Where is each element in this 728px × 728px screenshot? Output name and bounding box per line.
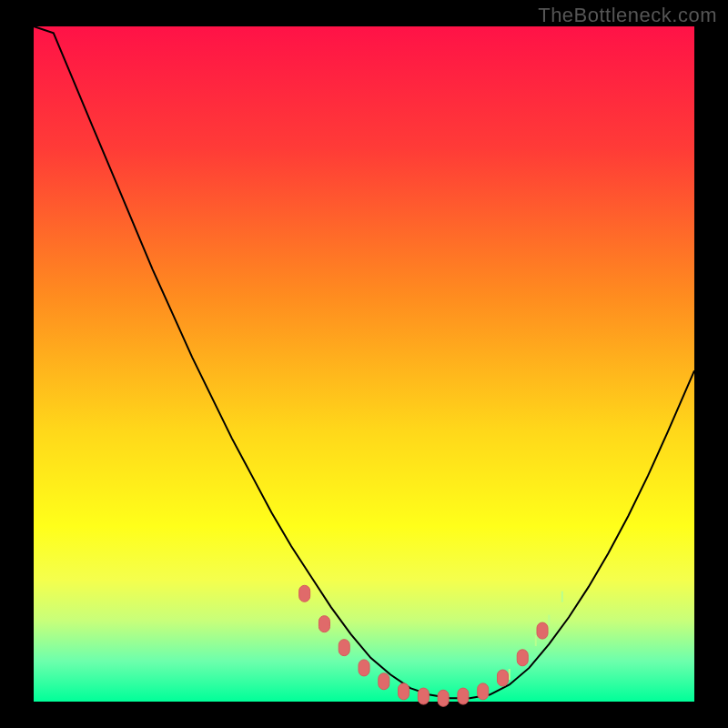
curve-marker — [458, 688, 469, 704]
curve-marker — [478, 683, 489, 700]
watermark-text: TheBottleneck.com — [538, 4, 717, 27]
curve-marker — [438, 690, 449, 706]
curve-marker — [379, 673, 389, 690]
curve-marker — [399, 683, 410, 700]
curve-marker — [318, 616, 329, 632]
curve-marker — [339, 640, 349, 656]
curve-marker — [517, 650, 528, 666]
curve-marker — [497, 670, 508, 686]
curve-marker — [418, 688, 429, 704]
curve-marker — [537, 622, 548, 639]
chart-canvas — [0, 0, 728, 728]
curve-marker — [299, 585, 310, 602]
plot-area — [34, 26, 694, 702]
curve-marker — [359, 660, 369, 676]
